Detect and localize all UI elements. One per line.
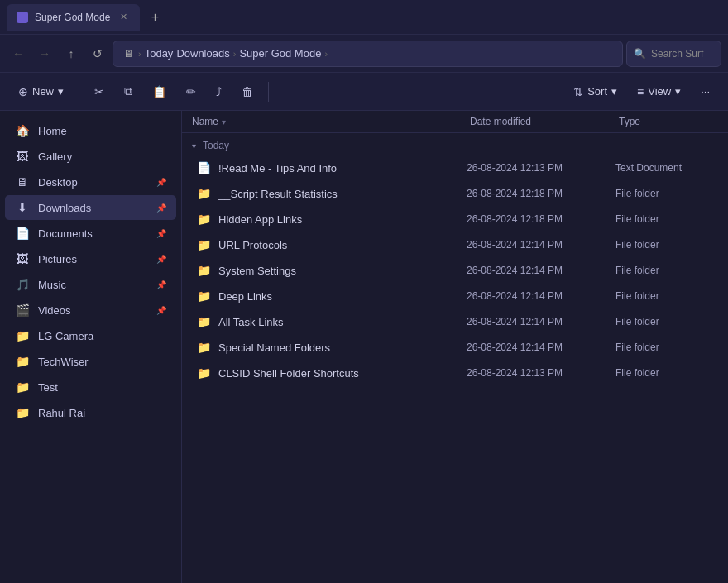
folder-icon: 📁: [15, 405, 30, 420]
pin-icon: 📌: [156, 203, 166, 213]
gallery-icon: 🖼: [15, 149, 30, 164]
folder-icon: 📁: [195, 237, 212, 253]
folder-icon: 📁: [15, 380, 30, 394]
new-label: New: [32, 85, 54, 98]
sidebar-item-label: Downloads: [38, 202, 148, 214]
column-name[interactable]: Name ▾: [192, 116, 470, 127]
share-icon: ⤴: [216, 85, 222, 98]
tab-super-god-mode[interactable]: Super God Mode ✕: [7, 4, 140, 31]
delete-icon: 🗑: [242, 85, 253, 98]
breadcrumb-downloads-label[interactable]: Downloads: [176, 47, 229, 60]
folder-icon: 📁: [195, 313, 212, 330]
file-list-header: Name ▾ Date modified Type: [182, 111, 728, 133]
share-button[interactable]: ⤴: [208, 81, 230, 103]
file-name: CLSID Shell Folder Shortcuts: [218, 367, 467, 380]
pin-icon: 📌: [156, 229, 166, 238]
copy-button[interactable]: ⧉: [116, 80, 141, 103]
folder-icon: 📁: [195, 339, 212, 356]
file-row[interactable]: 📁 Hidden App Links 26-08-2024 12:18 PM F…: [185, 207, 725, 232]
breadcrumb-downloads[interactable]: Today: [145, 47, 174, 60]
file-row[interactable]: 📁 All Task Links 26-08-2024 12:14 PM Fil…: [185, 309, 725, 334]
file-name: Hidden App Links: [218, 213, 467, 226]
sort-chevron: ▾: [611, 85, 617, 98]
paste-button[interactable]: 📋: [144, 81, 175, 103]
sidebar-item-videos[interactable]: 🎬 Videos 📌: [5, 298, 176, 323]
sidebar-item-label: Music: [38, 279, 148, 291]
sidebar-item-pictures[interactable]: 🖼 Pictures 📌: [5, 246, 176, 271]
file-date: 26-08-2024 12:14 PM: [467, 239, 615, 251]
file-row[interactable]: 📁 __Script Result Statistics 26-08-2024 …: [185, 181, 725, 206]
rename-icon: ✏: [186, 85, 196, 98]
new-chevron: ▾: [58, 85, 64, 98]
sidebar-item-home[interactable]: 🏠 Home: [5, 118, 176, 143]
file-date: 26-08-2024 12:13 PM: [467, 162, 615, 174]
file-date: 26-08-2024 12:14 PM: [467, 290, 615, 302]
file-date: 26-08-2024 12:14 PM: [467, 342, 615, 353]
file-type: File folder: [615, 239, 715, 251]
delete-button[interactable]: 🗑: [233, 81, 261, 103]
sidebar-item-label: Videos: [38, 304, 148, 317]
folder-icon: 📁: [15, 328, 30, 343]
breadcrumb-sep-1: ›: [138, 49, 141, 59]
file-area: Name ▾ Date modified Type ▾ Today 📄 !Rea…: [182, 111, 728, 583]
sidebar-item-label: Desktop: [38, 176, 148, 189]
sidebar-item-downloads[interactable]: ⬇ Downloads 📌: [5, 195, 176, 220]
file-row[interactable]: 📁 System Settings 26-08-2024 12:14 PM Fi…: [185, 258, 725, 283]
file-name: Deep Links: [218, 290, 467, 303]
sidebar-item-label: Documents: [38, 227, 148, 240]
cut-button[interactable]: ✂: [86, 81, 113, 103]
sidebar-item-label: Home: [38, 125, 166, 137]
file-date: 26-08-2024 12:13 PM: [467, 367, 615, 379]
file-date: 26-08-2024 12:14 PM: [467, 265, 615, 276]
file-row[interactable]: 📁 URL Protocols 26-08-2024 12:14 PM File…: [185, 232, 725, 257]
file-name: All Task Links: [218, 316, 467, 328]
file-row[interactable]: 📁 Deep Links 26-08-2024 12:14 PM File fo…: [185, 284, 725, 308]
sidebar-item-test[interactable]: 📁 Test: [5, 375, 176, 399]
file-type: File folder: [615, 290, 715, 302]
group-collapse-arrow[interactable]: ▾: [192, 141, 196, 151]
refresh-button[interactable]: ↺: [86, 42, 109, 65]
up-button[interactable]: ↑: [60, 42, 83, 65]
file-row[interactable]: 📁 Special Named Folders 26-08-2024 12:14…: [185, 335, 725, 360]
sidebar-item-techwiser[interactable]: 📁 TechWiser: [5, 349, 176, 374]
sidebar-item-label: Rahul Rai: [38, 407, 166, 419]
back-button[interactable]: ←: [7, 42, 30, 65]
search-placeholder: Search Surf: [651, 48, 703, 60]
file-name: __Script Result Statistics: [218, 188, 467, 200]
column-type: Type: [619, 116, 718, 127]
more-button[interactable]: ···: [692, 81, 718, 102]
breadcrumb: 🖥 › Today Downloads › Super God Mode ›: [113, 41, 623, 67]
sidebar-item-rahul-rai[interactable]: 📁 Rahul Rai: [5, 400, 176, 425]
file-row[interactable]: 📁 CLSID Shell Folder Shortcuts 26-08-202…: [185, 361, 725, 385]
toolbar: ⊕ New ▾ ✂ ⧉ 📋 ✏ ⤴ 🗑 ⇅ Sort ▾ ≡ View ▾ ··…: [0, 73, 728, 111]
sidebar-item-lg-camera[interactable]: 📁 LG Camera: [5, 323, 176, 348]
file-name: !Read Me - Tips And Info: [218, 162, 467, 174]
new-button[interactable]: ⊕ New ▾: [10, 81, 72, 103]
cut-icon: ✂: [94, 85, 104, 98]
breadcrumb-end-arrow: ›: [324, 49, 328, 59]
sidebar-item-documents[interactable]: 📄 Documents 📌: [5, 221, 176, 246]
sort-button[interactable]: ⇅ Sort ▾: [565, 81, 625, 103]
tab-title: Super God Mode: [35, 12, 110, 23]
rename-button[interactable]: ✏: [178, 81, 204, 103]
music-icon: 🎵: [15, 277, 30, 292]
search-box[interactable]: 🔍 Search Surf: [626, 41, 721, 67]
sidebar: 🏠 Home 🖼 Gallery 🖥 Desktop 📌 ⬇ Downloads…: [0, 111, 182, 583]
sidebar-item-music[interactable]: 🎵 Music 📌: [5, 272, 176, 297]
pin-icon: 📌: [156, 280, 166, 289]
new-tab-button[interactable]: +: [143, 6, 166, 29]
sidebar-item-desktop[interactable]: 🖥 Desktop 📌: [5, 170, 176, 194]
sidebar-item-label: TechWiser: [38, 356, 166, 368]
pin-icon: 📌: [156, 306, 166, 315]
sidebar-item-gallery[interactable]: 🖼 Gallery: [5, 144, 176, 169]
forward-button[interactable]: →: [33, 42, 56, 65]
view-chevron: ▾: [675, 85, 681, 98]
group-header-today: ▾ Today: [182, 133, 728, 155]
tab-close-button[interactable]: ✕: [117, 11, 130, 24]
file-row[interactable]: 📄 !Read Me - Tips And Info 26-08-2024 12…: [185, 155, 725, 180]
file-type: File folder: [615, 342, 715, 353]
view-button[interactable]: ≡ View ▾: [629, 81, 689, 103]
address-bar: ← → ↑ ↺ 🖥 › Today Downloads › Super God …: [0, 35, 728, 73]
breadcrumb-super-god-mode[interactable]: Super God Mode: [239, 47, 321, 60]
folder-icon: 📁: [195, 185, 212, 202]
